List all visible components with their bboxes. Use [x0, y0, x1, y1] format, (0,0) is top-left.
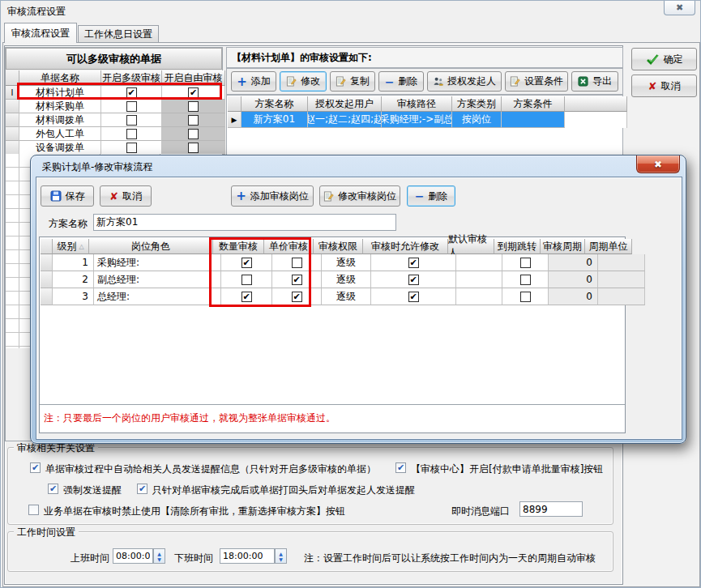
post-row-3[interactable]: 3 总经理: 逐级 0 — [41, 288, 623, 305]
scheme-col-users[interactable]: 授权发起用户 — [308, 96, 382, 112]
audit-center-checkbox[interactable] — [395, 462, 406, 473]
post-row-2[interactable]: 2 副总经理: 逐级 0 — [41, 271, 623, 288]
price-audit-checkbox[interactable] — [292, 292, 302, 302]
tab-rest-days-label: 工作休息日设置 — [84, 28, 152, 41]
price-audit-checkbox[interactable] — [292, 275, 302, 285]
save-button[interactable]: 保存 — [41, 185, 94, 207]
multi-audit-checkbox[interactable] — [126, 129, 137, 139]
post-col-unit[interactable]: 周期单位 — [585, 239, 632, 254]
doc-row-material-purchase[interactable]: 材料采购单 — [6, 100, 222, 113]
doc-row-equipment-transfer[interactable]: 设备调拨单 — [6, 141, 222, 155]
sort-asc-icon: △ — [79, 243, 83, 250]
start-time-input[interactable] — [113, 548, 153, 564]
scheme-row-selected[interactable]: ▶ 新方案01 赵一;赵二;赵四;赵 采购经理;->副总 按岗位 — [228, 112, 622, 128]
post-row-1[interactable]: 1 采购经理: 逐级 0 — [41, 254, 623, 271]
unit-cell — [598, 288, 645, 305]
post-col-level[interactable]: 级别△ — [53, 239, 89, 254]
doc-table: 单据名称 开启多级审核 开启自由审核 I 材料计划单 材料采购单 材料调拨单 外… — [6, 70, 222, 155]
free-audit-checkbox[interactable] — [188, 115, 199, 126]
spin-down-icon: ▼ — [157, 556, 161, 562]
expire-jump-checkbox[interactable] — [520, 258, 531, 268]
allow-edit-checkbox[interactable] — [408, 275, 419, 285]
scheme-col-name[interactable]: 方案名称 — [242, 96, 308, 112]
doc-row-material-transfer[interactable]: 材料调拨单 — [6, 113, 222, 127]
multi-audit-checkbox[interactable] — [126, 115, 137, 126]
scheme-name-input[interactable] — [93, 214, 396, 231]
notify-checkbox[interactable] — [30, 462, 41, 473]
multi-audit-checkbox[interactable] — [126, 143, 137, 153]
allow-edit-checkbox[interactable] — [408, 258, 419, 268]
dialog-cancel-button[interactable]: ✘ 取消 — [100, 185, 152, 207]
dialog-close-button[interactable]: ✖ — [636, 156, 680, 173]
doc-col-name[interactable]: 单据名称 — [19, 70, 101, 86]
authorize-initiator-button[interactable]: 授权发起人 — [427, 71, 502, 92]
multi-audit-checkbox[interactable] — [126, 87, 137, 98]
free-audit-checkbox[interactable] — [188, 129, 199, 139]
qty-audit-checkbox[interactable] — [242, 292, 252, 302]
multi-audit-checkbox[interactable] — [126, 101, 137, 112]
modify-audit-post-button[interactable]: 修改审核岗位 — [319, 185, 400, 207]
green-check-icon — [646, 53, 660, 65]
modify-scheme-button[interactable]: 修改 — [280, 71, 327, 92]
expire-jump-checkbox[interactable] — [520, 275, 531, 285]
set-condition-button[interactable]: 设置条件 — [505, 71, 568, 92]
doc-col-free[interactable]: 开启自由审核 — [162, 70, 225, 86]
cancel-button[interactable]: ✘ 取消 — [631, 75, 697, 97]
post-col-price[interactable]: 单价审核 — [264, 239, 314, 254]
close-icon: ✖ — [676, 2, 683, 13]
post-col-allow[interactable]: 审核时允许修改 — [363, 239, 448, 254]
export-button[interactable]: 导出 — [571, 71, 618, 92]
doc-name: 材料采购单 — [19, 100, 101, 113]
post-col-qty[interactable]: 数量审核 — [213, 239, 264, 254]
scheme-col-type[interactable]: 方案类别 — [452, 96, 502, 112]
audit-flow-settings-window: 审核流程设置 ✖ 审核流程设置 工作休息日设置 可以多级审核的单据 单据名称 开… — [0, 0, 701, 588]
doc-col-multi[interactable]: 开启多级审核 — [101, 70, 162, 86]
auditor-cell — [456, 254, 502, 271]
scheme-table: 方案名称 授权发起用户 审核路径 方案类别 方案条件 ▶ 新方案01 赵一;赵二… — [228, 96, 622, 128]
scheme-table-header: 方案名称 授权发起用户 审核路径 方案类别 方案条件 — [228, 96, 622, 112]
row-indicator — [6, 100, 19, 113]
delete-audit-post-button[interactable]: − 删除 — [407, 185, 455, 207]
end-time-input[interactable] — [220, 548, 275, 564]
delete-scheme-button[interactable]: −删除 — [378, 71, 424, 92]
copy-scheme-button[interactable]: 复制 — [330, 71, 375, 92]
red-cross-icon: ✘ — [109, 190, 118, 202]
tab-rest-days[interactable]: 工作休息日设置 — [78, 25, 159, 43]
worktime-group-title: 工作时间设置 — [14, 526, 79, 539]
scheme-col-cond[interactable]: 方案条件 — [502, 96, 565, 112]
plus-icon: + — [236, 192, 246, 200]
doc-row-material-plan[interactable]: I 材料计划单 — [6, 86, 222, 100]
add-scheme-button[interactable]: +添加 — [231, 71, 276, 92]
expire-jump-checkbox[interactable] — [520, 292, 531, 302]
tab-audit-flow-label: 审核流程设置 — [11, 27, 70, 40]
post-col-jump[interactable]: 到期跳转 — [494, 239, 541, 254]
start-time-spinner[interactable]: ▲▼ — [153, 548, 165, 564]
tab-audit-flow[interactable]: 审核流程设置 — [4, 23, 77, 43]
end-time-spinner[interactable]: ▲▼ — [275, 548, 287, 564]
post-col-role[interactable]: 岗位角色 — [89, 239, 213, 254]
free-audit-checkbox[interactable] — [188, 143, 199, 153]
qty-audit-checkbox[interactable] — [242, 258, 252, 268]
only-done-checkbox[interactable] — [137, 484, 147, 494]
plus-icon: + — [237, 78, 247, 86]
free-audit-checkbox[interactable] — [188, 87, 199, 98]
window-close-button[interactable]: ✖ — [664, 1, 695, 15]
forbid-clear-checkbox[interactable] — [28, 505, 39, 515]
qty-audit-checkbox[interactable] — [242, 275, 252, 285]
post-col-auditor[interactable]: 默认审核人 — [448, 239, 494, 254]
post-col-perm[interactable]: 审核权限 — [314, 239, 363, 254]
force-remind-checkbox[interactable] — [48, 484, 58, 494]
scheme-col-path[interactable]: 审核路径 — [382, 96, 452, 112]
ok-button[interactable]: 确定 — [631, 48, 697, 70]
price-audit-checkbox[interactable] — [292, 258, 302, 268]
doc-header-indicator — [6, 70, 19, 86]
worktime-note: 注：设置工作时间后可以让系统按工作时间内为一天的周期自动审核 — [304, 552, 596, 565]
doc-row-outsourcing[interactable]: 外包人工单 — [6, 127, 222, 141]
current-row-arrow: ▶ — [228, 112, 242, 128]
allow-edit-checkbox[interactable] — [408, 292, 419, 302]
post-col-cycle[interactable]: 审核周期 — [541, 239, 585, 254]
add-audit-post-button[interactable]: + 添加审核岗位 — [231, 185, 314, 207]
free-audit-checkbox[interactable] — [188, 101, 199, 112]
post-header-indicator — [41, 239, 53, 254]
im-port-input[interactable] — [519, 501, 583, 517]
